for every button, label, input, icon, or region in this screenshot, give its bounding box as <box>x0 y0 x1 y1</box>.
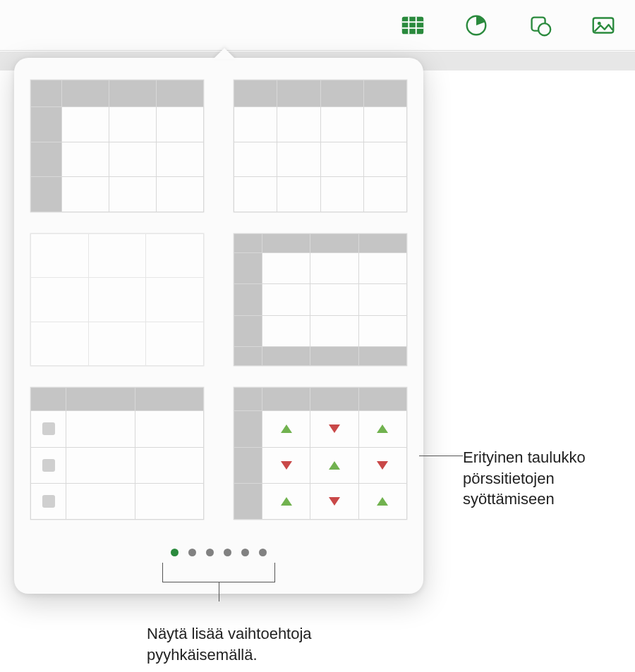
stock-down-icon <box>329 424 340 433</box>
stock-down-icon <box>329 497 340 506</box>
callout-stock-table: Erityinen taulukko pörssitietojen syöttä… <box>463 447 632 510</box>
table-styles-popover <box>14 58 423 594</box>
page-dot-1[interactable] <box>171 549 179 556</box>
stock-up-icon <box>377 497 388 506</box>
stock-up-icon <box>377 424 388 433</box>
checkbox-icon <box>42 459 55 472</box>
table-styles-grid <box>30 79 408 530</box>
svg-point-7 <box>538 23 550 35</box>
table-icon <box>399 12 426 39</box>
page-dot-5[interactable] <box>241 549 249 556</box>
stock-down-icon <box>281 461 292 470</box>
pagination-dots[interactable] <box>30 549 408 556</box>
table-style-header-row-col[interactable] <box>30 79 205 213</box>
toolbar <box>0 0 635 51</box>
page-dot-2[interactable] <box>188 549 196 556</box>
table-style-header-row-col-footer[interactable] <box>233 233 408 367</box>
svg-rect-0 <box>402 16 423 34</box>
chart-icon <box>463 12 490 39</box>
shape-icon <box>526 12 553 39</box>
insert-shape-button[interactable] <box>508 0 572 51</box>
table-style-plain[interactable] <box>30 233 205 367</box>
stock-down-icon <box>377 461 388 470</box>
stock-up-icon <box>281 497 292 506</box>
page-dot-6[interactable] <box>259 549 267 556</box>
insert-table-button[interactable] <box>381 0 445 51</box>
svg-point-9 <box>598 21 601 25</box>
checkbox-icon <box>42 422 55 435</box>
table-style-checkbox-column[interactable] <box>30 386 205 520</box>
stock-up-icon <box>281 424 292 433</box>
stock-up-icon <box>329 461 340 470</box>
page-dot-3[interactable] <box>206 549 214 556</box>
insert-media-button[interactable] <box>572 0 635 51</box>
insert-chart-button[interactable] <box>445 0 508 51</box>
callout-swipe-dots: Näytä lisää vaihtoehtoja pyyhkäisemällä. <box>147 623 401 665</box>
table-style-header-row-only[interactable] <box>233 79 408 213</box>
page-dot-4[interactable] <box>224 549 231 556</box>
table-style-stock-data[interactable] <box>233 386 408 520</box>
checkbox-icon <box>42 495 55 508</box>
dots-callout-bracket <box>162 563 275 582</box>
media-icon <box>590 12 617 39</box>
